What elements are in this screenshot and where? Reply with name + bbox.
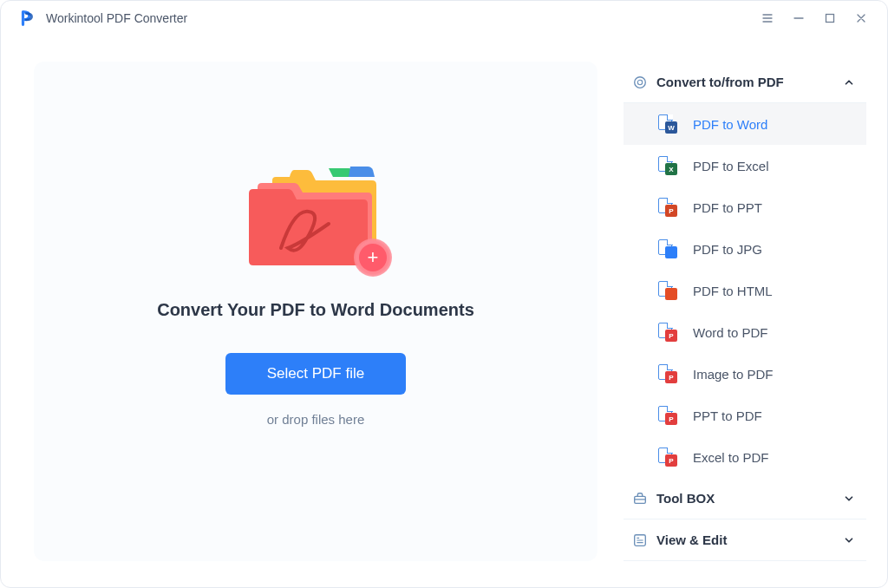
item-image-to-pdf[interactable]: P Image to PDF: [624, 353, 866, 395]
chevron-down-icon: [842, 492, 856, 506]
file-word-icon: W: [658, 114, 677, 134]
section-label: View & Edit: [656, 532, 842, 547]
file-pdf-icon: P: [658, 406, 677, 425]
section-convert[interactable]: Convert to/from PDF: [624, 62, 866, 103]
section-toolbox[interactable]: Tool BOX: [624, 478, 866, 519]
chevron-down-icon: [842, 533, 856, 547]
file-pdf-icon: P: [658, 364, 677, 383]
item-ppt-to-pdf[interactable]: P PPT to PDF: [624, 395, 866, 436]
item-pdf-to-html[interactable]: PDF to HTML: [624, 270, 866, 311]
item-label: PDF to Excel: [693, 159, 769, 173]
item-pdf-to-ppt[interactable]: P PDF to PPT: [624, 186, 866, 228]
item-excel-to-pdf[interactable]: P Excel to PDF: [624, 436, 866, 478]
file-ppt-icon: P: [658, 198, 677, 217]
app-title: Workintool PDF Converter: [46, 11, 187, 25]
svg-rect-0: [826, 15, 834, 23]
file-pdf-icon: P: [658, 323, 677, 342]
item-label: PDF to JPG: [693, 242, 762, 257]
item-label: Excel to PDF: [693, 450, 769, 465]
convert-icon: [630, 73, 650, 92]
drop-hint: or drop files here: [267, 412, 365, 427]
file-jpg-icon: [658, 239, 677, 258]
file-excel-icon: X: [658, 156, 677, 175]
section-label: Convert to/from PDF: [656, 75, 842, 89]
item-pdf-to-jpg[interactable]: PDF to JPG: [624, 228, 866, 270]
item-pdf-to-excel[interactable]: X PDF to Excel: [624, 145, 866, 186]
item-pdf-to-word[interactable]: W PDF to Word: [624, 103, 866, 145]
item-label: Image to PDF: [693, 367, 774, 382]
item-label: PDF to PPT: [693, 200, 762, 215]
minimize-button[interactable]: [783, 3, 814, 34]
item-label: PPT to PDF: [693, 408, 762, 423]
file-html-icon: [658, 281, 677, 300]
chevron-up-icon: [842, 75, 856, 89]
item-word-to-pdf[interactable]: P Word to PDF: [624, 311, 866, 353]
app-logo-icon: [18, 9, 37, 28]
select-file-button[interactable]: Select PDF file: [225, 353, 406, 395]
maximize-button[interactable]: [814, 3, 846, 34]
main-drop-area[interactable]: + Convert Your PDF to Word Documents Sel…: [34, 62, 597, 561]
main-heading: Convert Your PDF to Word Documents: [157, 300, 474, 320]
close-button[interactable]: [846, 3, 877, 34]
menu-button[interactable]: [752, 3, 783, 34]
section-view-edit[interactable]: View & Edit: [624, 519, 866, 561]
svg-point-1: [635, 76, 646, 88]
add-file-icon: +: [354, 238, 392, 277]
toolbox-icon: [630, 489, 650, 508]
item-label: Word to PDF: [693, 325, 767, 340]
item-label: PDF to Word: [693, 117, 767, 132]
folder-illustration-icon: +: [246, 161, 385, 270]
view-edit-icon: [630, 531, 650, 550]
section-label: Tool BOX: [656, 491, 842, 506]
item-label: PDF to HTML: [693, 284, 773, 298]
file-pdf-icon: P: [658, 448, 677, 467]
